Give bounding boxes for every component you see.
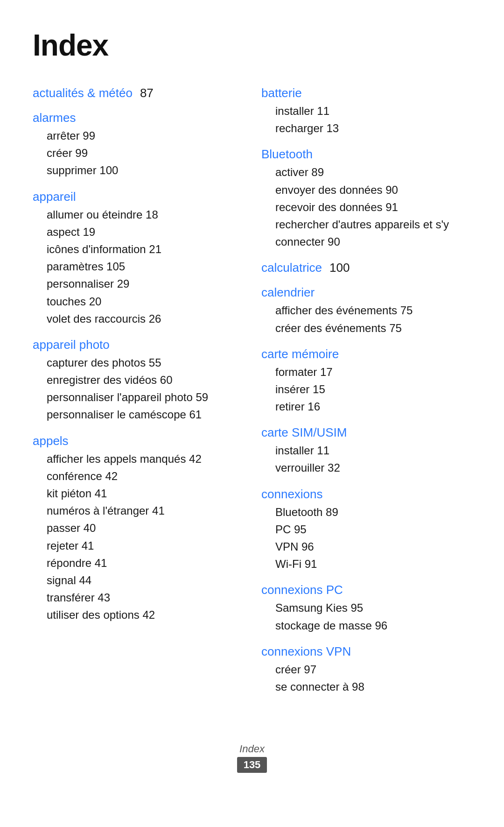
list-item: personnaliser le caméscope 61 bbox=[47, 406, 243, 423]
page-footer: Index 135 bbox=[33, 743, 471, 773]
list-item: formater 17 bbox=[275, 363, 471, 381]
section-title-carte-memoire: carte mémoire bbox=[261, 347, 471, 361]
section-items-batterie: installer 11recharger 13 bbox=[261, 102, 471, 137]
section-appareil-photo: appareil photocapturer des photos 55enre… bbox=[33, 338, 243, 424]
list-item: installer 11 bbox=[275, 442, 471, 459]
section-actualites: actualités & météo87 bbox=[33, 86, 243, 100]
section-title-connexions-pc: connexions PC bbox=[261, 583, 471, 597]
section-title-number-calculatrice: 100 bbox=[329, 261, 350, 275]
section-title-calendrier: calendrier bbox=[261, 285, 471, 300]
list-item: stockage de masse 96 bbox=[275, 617, 471, 634]
section-calculatrice: calculatrice100 bbox=[261, 261, 471, 275]
section-connexions-pc: connexions PCSamsung Kies 95stockage de … bbox=[261, 583, 471, 634]
section-title-appareil: appareil bbox=[33, 190, 243, 204]
section-items-appels: afficher les appels manqués 42conférence… bbox=[33, 450, 243, 624]
list-item: allumer ou éteindre 18 bbox=[47, 206, 243, 223]
list-item: volet des raccourcis 26 bbox=[47, 310, 243, 327]
list-item: supprimer 100 bbox=[47, 162, 243, 179]
section-title-connexions: connexions bbox=[261, 487, 471, 502]
list-item: utiliser des options 42 bbox=[47, 606, 243, 623]
page-title: Index bbox=[33, 28, 471, 63]
list-item: rejeter 41 bbox=[47, 537, 243, 554]
section-calendrier: calendrierafficher des événements 75crée… bbox=[261, 285, 471, 336]
list-item: passer 40 bbox=[47, 519, 243, 537]
list-item: envoyer des données 90 bbox=[275, 181, 471, 198]
section-title-appels: appels bbox=[33, 434, 243, 448]
footer-label: Index bbox=[33, 743, 471, 755]
section-items-appareil: allumer ou éteindre 18aspect 19icônes d'… bbox=[33, 206, 243, 327]
list-item: insérer 15 bbox=[275, 381, 471, 398]
list-item: numéros à l'étranger 41 bbox=[47, 502, 243, 519]
index-columns: actualités & météo87alarmesarrêter 99cré… bbox=[33, 86, 471, 706]
section-title-connexions-vpn: connexions VPN bbox=[261, 644, 471, 659]
list-item: conférence 42 bbox=[47, 467, 243, 485]
list-item: rechercher d'autres appareils et s'y con… bbox=[275, 216, 471, 250]
list-item: répondre 41 bbox=[47, 554, 243, 572]
section-carte-sim: carte SIM/USIMinstaller 11verrouiller 32 bbox=[261, 425, 471, 476]
list-item: personnaliser 29 bbox=[47, 275, 243, 292]
list-item: créer des événements 75 bbox=[275, 319, 471, 337]
section-alarmes: alarmesarrêter 99créer 99supprimer 100 bbox=[33, 111, 243, 179]
list-item: afficher les appels manqués 42 bbox=[47, 450, 243, 467]
section-appareil: appareilallumer ou éteindre 18aspect 19i… bbox=[33, 190, 243, 327]
section-items-connexions-vpn: créer 97se connecter à 98 bbox=[261, 661, 471, 695]
list-item: créer 97 bbox=[275, 661, 471, 678]
list-item: installer 11 bbox=[275, 102, 471, 120]
list-item: Bluetooth 89 bbox=[275, 503, 471, 521]
section-items-calendrier: afficher des événements 75créer des évén… bbox=[261, 302, 471, 336]
list-item: signal 44 bbox=[47, 572, 243, 589]
right-column: batterieinstaller 11recharger 13Bluetoot… bbox=[261, 86, 471, 706]
list-item: recharger 13 bbox=[275, 120, 471, 137]
section-title-batterie: batterie bbox=[261, 86, 471, 100]
list-item: touches 20 bbox=[47, 293, 243, 310]
section-title-appareil-photo: appareil photo bbox=[33, 338, 243, 352]
list-item: afficher des événements 75 bbox=[275, 302, 471, 319]
section-connexions-vpn: connexions VPNcréer 97se connecter à 98 bbox=[261, 644, 471, 695]
list-item: capturer des photos 55 bbox=[47, 354, 243, 371]
section-title-alarmes: alarmes bbox=[33, 111, 243, 125]
section-items-bluetooth: activer 89envoyer des données 90recevoir… bbox=[261, 163, 471, 250]
list-item: transférer 43 bbox=[47, 589, 243, 606]
section-title-bluetooth: Bluetooth bbox=[261, 147, 471, 162]
section-title-number-actualites: 87 bbox=[140, 86, 154, 100]
list-item: Wi-Fi 91 bbox=[275, 555, 471, 573]
list-item: kit piéton 41 bbox=[47, 485, 243, 502]
section-title-actualites: actualités & météo bbox=[33, 86, 133, 100]
section-items-carte-memoire: formater 17insérer 15retirer 16 bbox=[261, 363, 471, 416]
section-carte-memoire: carte mémoireformater 17insérer 15retire… bbox=[261, 347, 471, 416]
section-items-alarmes: arrêter 99créer 99supprimer 100 bbox=[33, 127, 243, 179]
list-item: créer 99 bbox=[47, 144, 243, 162]
list-item: recevoir des données 91 bbox=[275, 198, 471, 216]
list-item: arrêter 99 bbox=[47, 127, 243, 144]
section-title-calculatrice: calculatrice bbox=[261, 261, 322, 275]
list-item: aspect 19 bbox=[47, 223, 243, 240]
left-column: actualités & météo87alarmesarrêter 99cré… bbox=[33, 86, 243, 706]
list-item: VPN 96 bbox=[275, 538, 471, 555]
section-appels: appelsafficher les appels manqués 42conf… bbox=[33, 434, 243, 624]
section-items-carte-sim: installer 11verrouiller 32 bbox=[261, 442, 471, 476]
footer-page-number: 135 bbox=[237, 757, 267, 773]
list-item: PC 95 bbox=[275, 521, 471, 538]
section-bluetooth: Bluetoothactiver 89envoyer des données 9… bbox=[261, 147, 471, 250]
section-connexions: connexionsBluetooth 89PC 95VPN 96Wi-Fi 9… bbox=[261, 487, 471, 573]
section-batterie: batterieinstaller 11recharger 13 bbox=[261, 86, 471, 137]
list-item: retirer 16 bbox=[275, 398, 471, 415]
section-items-appareil-photo: capturer des photos 55enregistrer des vi… bbox=[33, 354, 243, 424]
list-item: paramètres 105 bbox=[47, 258, 243, 275]
list-item: verrouiller 32 bbox=[275, 459, 471, 476]
list-item: icônes d'information 21 bbox=[47, 240, 243, 258]
list-item: personnaliser l'appareil photo 59 bbox=[47, 389, 243, 406]
list-item: activer 89 bbox=[275, 163, 471, 181]
section-title-carte-sim: carte SIM/USIM bbox=[261, 425, 471, 440]
list-item: Samsung Kies 95 bbox=[275, 599, 471, 616]
list-item: enregistrer des vidéos 60 bbox=[47, 371, 243, 389]
section-items-connexions-pc: Samsung Kies 95stockage de masse 96 bbox=[261, 599, 471, 634]
section-items-connexions: Bluetooth 89PC 95VPN 96Wi-Fi 91 bbox=[261, 503, 471, 573]
list-item: se connecter à 98 bbox=[275, 678, 471, 695]
